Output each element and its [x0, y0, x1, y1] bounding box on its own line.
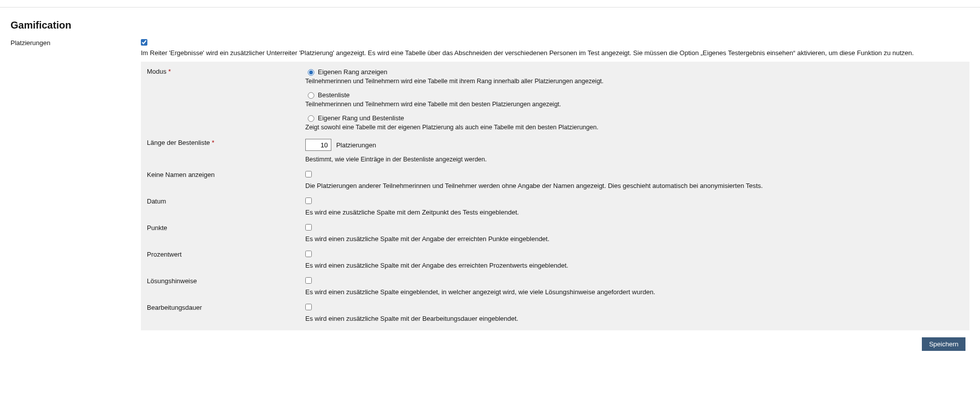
length-row: Länge der Bestenliste * Platzierungen Be… — [147, 139, 963, 163]
modus-option-help: Teilnehmerinnen und Teilnehmern wird ein… — [305, 78, 963, 85]
placements-description: Im Reiter 'Ergebnisse' wird ein zusätzli… — [141, 49, 969, 57]
modus-label: Modus * — [147, 68, 305, 75]
points-value: Es wird einen zusätzliche Spalte mit der… — [305, 224, 963, 243]
settings-page: Gamification Platzierungen Im Reiter 'Er… — [0, 20, 980, 371]
modus-option: Eigener Rang und Bestenliste — [305, 114, 963, 122]
required-marker: * — [168, 68, 171, 75]
percent-checkbox[interactable] — [305, 251, 312, 257]
nonames-checkbox[interactable] — [305, 171, 312, 177]
date-label: Datum — [147, 197, 305, 205]
duration-help: Es wird einen zusätzliche Spalte mit der… — [305, 315, 963, 322]
modus-radio-1[interactable] — [308, 92, 314, 99]
placements-checkbox[interactable] — [141, 39, 147, 46]
save-button[interactable]: Speichern — [922, 337, 965, 351]
date-row: DatumEs wird eine zusätzliche Spalte mit… — [147, 197, 963, 216]
duration-label: Bearbeitungsdauer — [147, 304, 305, 311]
percent-label: Prozentwert — [147, 251, 305, 258]
nonames-help: Die Platzierungen anderer Teilnehmerinne… — [305, 182, 963, 189]
section-title: Gamification — [11, 20, 969, 31]
placements-row: Platzierungen Im Reiter 'Ergebnisse' wir… — [11, 39, 969, 330]
length-unit: Platzierungen — [336, 141, 376, 149]
length-help: Bestimmt, wie viele Einträge in der Best… — [305, 156, 963, 163]
points-checkbox[interactable] — [305, 224, 312, 231]
modus-option-label: Eigenen Rang anzeigen — [318, 68, 387, 76]
modus-option-help: Zeigt sowohl eine Tabelle mit der eigene… — [305, 124, 963, 131]
hints-value: Es wird einen zusätzliche Spalte eingebl… — [305, 277, 963, 296]
placements-label: Platzierungen — [11, 39, 141, 47]
hints-checkbox[interactable] — [305, 277, 312, 284]
points-help: Es wird einen zusätzliche Spalte mit der… — [305, 235, 963, 243]
placements-sub-panel: Modus * Eigenen Rang anzeigenTeilnehmeri… — [141, 62, 969, 330]
nonames-value: Die Platzierungen anderer Teilnehmerinne… — [305, 171, 963, 189]
modus-option: Bestenliste — [305, 91, 963, 99]
hints-row: LösungshinweiseEs wird einen zusätzliche… — [147, 277, 963, 296]
hints-help: Es wird einen zusätzliche Spalte eingebl… — [305, 288, 963, 296]
modus-radio-2[interactable] — [308, 115, 314, 122]
date-value: Es wird eine zusätzliche Spalte mit dem … — [305, 197, 963, 216]
modus-option-help: Teilnehmerinnen und Teilnehmern wird ein… — [305, 101, 963, 108]
modus-option-label: Eigener Rang und Bestenliste — [318, 114, 404, 122]
duration-checkbox[interactable] — [305, 304, 312, 310]
placements-value: Im Reiter 'Ergebnisse' wird ein zusätzli… — [141, 39, 969, 330]
required-marker: * — [212, 139, 214, 146]
modus-radio-0[interactable] — [308, 69, 314, 76]
modus-options: Eigenen Rang anzeigenTeilnehmerinnen und… — [305, 68, 963, 131]
length-input[interactable] — [305, 139, 331, 151]
date-checkbox[interactable] — [305, 197, 312, 204]
percent-row: ProzentwertEs wird einen zusätzliche Spa… — [147, 251, 963, 269]
percent-help: Es wird einen zusätzliche Spalte mit der… — [305, 262, 963, 269]
form-footer: Speichern — [11, 337, 969, 351]
date-help: Es wird eine zusätzliche Spalte mit dem … — [305, 209, 963, 216]
top-divider — [0, 7, 980, 8]
length-label: Länge der Bestenliste * — [147, 139, 305, 146]
modus-option: Eigenen Rang anzeigen — [305, 68, 963, 76]
points-row: PunkteEs wird einen zusätzliche Spalte m… — [147, 224, 963, 243]
hints-label: Lösungshinweise — [147, 277, 305, 285]
nonames-label: Keine Namen anzeigen — [147, 171, 305, 178]
modus-option-label: Bestenliste — [318, 91, 350, 99]
modus-row: Modus * Eigenen Rang anzeigenTeilnehmeri… — [147, 68, 963, 131]
duration-row: BearbeitungsdauerEs wird einen zusätzlic… — [147, 304, 963, 322]
nonames-row: Keine Namen anzeigenDie Platzierungen an… — [147, 171, 963, 189]
length-value: Platzierungen Bestimmt, wie viele Einträ… — [305, 139, 963, 163]
points-label: Punkte — [147, 224, 305, 232]
duration-value: Es wird einen zusätzliche Spalte mit der… — [305, 304, 963, 322]
percent-value: Es wird einen zusätzliche Spalte mit der… — [305, 251, 963, 269]
